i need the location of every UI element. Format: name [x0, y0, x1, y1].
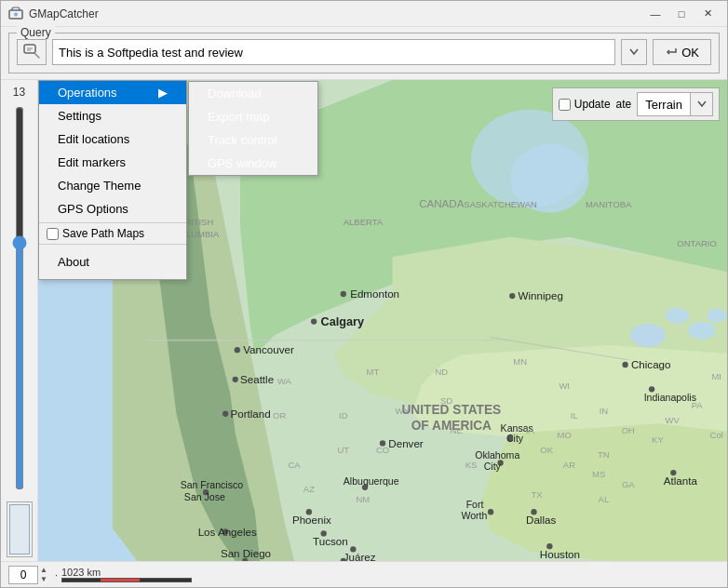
- svg-text:Los Angeles: Los Angeles: [198, 526, 257, 538]
- svg-text:Juárez: Juárez: [344, 551, 376, 561]
- menu-item-edit-locations[interactable]: Edit locations: [39, 127, 186, 151]
- menu-item-change-theme[interactable]: Change Theme: [39, 174, 186, 197]
- svg-text:IN: IN: [600, 406, 609, 416]
- submenu-item-download[interactable]: Download: [189, 82, 317, 105]
- submenu-item-gps[interactable]: GPS window: [189, 152, 317, 175]
- main-window: GMapCatcher — □ ✕ Query: [0, 0, 728, 588]
- bottom-bar: 0 ▲ ▼ · 1023 km: [1, 561, 727, 587]
- menu-item-gps-options[interactable]: GPS Options: [39, 197, 186, 220]
- map-area[interactable]: Edmonton Calgary Vancouver Seattle Portl…: [38, 80, 727, 561]
- svg-text:ONTARIO: ONTARIO: [677, 238, 717, 248]
- update-checkbox-label[interactable]: Update: [559, 98, 611, 111]
- svg-text:ALBERTA: ALBERTA: [344, 217, 384, 227]
- svg-text:WV: WV: [666, 415, 681, 425]
- svg-point-18: [233, 377, 238, 382]
- svg-text:City: City: [506, 433, 524, 444]
- query-row: OK: [17, 39, 711, 65]
- toolbar: Query: [1, 27, 727, 80]
- svg-text:CO: CO: [376, 445, 389, 455]
- svg-text:SASKATCHEWAN: SASKATCHEWAN: [464, 199, 537, 209]
- svg-text:Seattle: Seattle: [240, 373, 274, 385]
- svg-text:GA: GA: [622, 479, 635, 489]
- svg-point-52: [622, 362, 627, 368]
- about-section: About: [39, 247, 186, 279]
- chevron-down-icon: [629, 48, 639, 56]
- svg-text:MI: MI: [711, 371, 721, 381]
- svg-text:WI: WI: [559, 381, 570, 391]
- scale-dot: ·: [55, 569, 58, 581]
- svg-text:SD: SD: [440, 395, 452, 406]
- menu-divider-2: [39, 244, 186, 245]
- zoom-down-arrow[interactable]: ▼: [40, 575, 47, 584]
- svg-text:OH: OH: [622, 425, 635, 435]
- zoom-slider[interactable]: [12, 106, 27, 490]
- svg-text:San Diego: San Diego: [221, 547, 271, 559]
- save-path-maps-label[interactable]: Save Path Maps: [47, 227, 179, 240]
- titlebar: GMapCatcher — □ ✕: [1, 1, 727, 27]
- svg-point-44: [488, 509, 493, 514]
- svg-point-9: [707, 309, 726, 323]
- close-button[interactable]: ✕: [695, 5, 720, 23]
- minimize-button[interactable]: —: [643, 5, 667, 23]
- search-icon: [23, 44, 40, 60]
- zoom-arrows: ▲ ▼: [40, 566, 47, 584]
- svg-point-12: [341, 291, 346, 297]
- query-search-button[interactable]: [17, 39, 47, 65]
- scroll-indicator: [9, 504, 30, 555]
- zoom-slider-container: [12, 102, 27, 494]
- svg-text:TX: TX: [532, 489, 544, 500]
- svg-text:ID: ID: [339, 410, 348, 421]
- submenu-arrow: ▶: [158, 86, 168, 100]
- svg-text:San Jose: San Jose: [184, 491, 225, 502]
- enter-icon: [665, 47, 678, 58]
- map-toolbar: Update ate Terrain: [552, 87, 720, 121]
- svg-text:Chicago: Chicago: [631, 358, 671, 370]
- terrain-select[interactable]: Terrain: [637, 92, 713, 116]
- svg-point-6: [630, 324, 666, 347]
- menu-item-about[interactable]: About: [58, 250, 108, 274]
- zoom-value-display: 0: [8, 566, 38, 584]
- svg-text:WY: WY: [395, 406, 410, 416]
- svg-line-3: [34, 53, 39, 58]
- menu-item-operations[interactable]: Operations ▶ Download Export map Track c…: [39, 81, 186, 104]
- svg-text:Vancouver: Vancouver: [243, 343, 294, 355]
- query-label: Query: [17, 26, 55, 39]
- svg-text:PA: PA: [692, 400, 704, 410]
- menu-divider: [39, 222, 186, 223]
- menu-item-settings[interactable]: Settings: [39, 104, 186, 127]
- zoom-up-arrow[interactable]: ▲: [40, 566, 47, 575]
- svg-point-14: [311, 318, 317, 324]
- svg-text:Portland: Portland: [230, 408, 270, 420]
- menu-item-edit-markers[interactable]: Edit markers: [39, 151, 186, 174]
- app-icon: [8, 7, 23, 21]
- svg-text:Winnipeg: Winnipeg: [519, 289, 563, 301]
- svg-text:CA: CA: [288, 460, 301, 470]
- scale-visual: 1023 km: [61, 567, 192, 582]
- svg-text:OR: OR: [273, 410, 286, 421]
- terrain-select-arrow[interactable]: [690, 93, 712, 115]
- svg-point-1: [14, 12, 18, 16]
- svg-text:ND: ND: [435, 367, 448, 377]
- svg-text:Dallas: Dallas: [526, 514, 556, 526]
- ok-button[interactable]: OK: [653, 39, 711, 65]
- update-checkbox[interactable]: [559, 99, 571, 111]
- maximize-button[interactable]: □: [669, 5, 694, 23]
- svg-text:Albuquerque: Albuquerque: [344, 475, 399, 487]
- query-input[interactable]: [52, 39, 615, 65]
- scale-bar: · 1023 km: [55, 567, 192, 582]
- submenu-item-export[interactable]: Export map: [189, 105, 317, 128]
- submenu-item-track[interactable]: Track control: [189, 128, 317, 152]
- svg-text:Denver: Denver: [388, 437, 424, 449]
- main-content: 13: [1, 80, 727, 561]
- save-path-maps-checkbox[interactable]: [47, 228, 59, 240]
- save-path-section: Save Path Maps: [39, 225, 186, 242]
- svg-text:TN: TN: [598, 449, 610, 460]
- svg-text:MO: MO: [558, 430, 572, 440]
- window-title: GMapCatcher: [29, 7, 643, 20]
- zoom-control: 0 ▲ ▼: [8, 566, 47, 584]
- svg-text:KS: KS: [465, 460, 478, 470]
- svg-text:CANADA: CANADA: [419, 197, 465, 209]
- svg-text:KY: KY: [652, 434, 664, 445]
- query-dropdown-arrow[interactable]: [621, 39, 647, 65]
- menu-overlay: Operations ▶ Download Export map Track c…: [38, 80, 187, 280]
